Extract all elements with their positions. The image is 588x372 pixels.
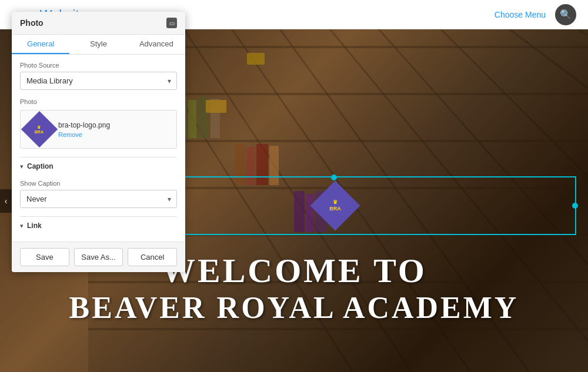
show-caption-select[interactable]: Never — [20, 190, 177, 208]
photo-source-label: Photo Source — [20, 62, 177, 69]
caption-chevron-icon: ▾ — [20, 163, 24, 170]
header-right: Choose Menu 🔍 — [495, 4, 576, 25]
search-button[interactable]: 🔍 — [555, 4, 576, 25]
left-arrow-icon: ‹ — [5, 196, 8, 206]
link-section-header[interactable]: ▾ Link — [20, 216, 177, 234]
link-section-title: Link — [27, 222, 42, 230]
show-caption-label: Show Caption — [20, 180, 177, 187]
bra-diamond: ♛ BRA — [310, 181, 360, 231]
tab-style[interactable]: Style — [69, 35, 127, 54]
search-icon: 🔍 — [560, 9, 572, 20]
photo-source-select[interactable]: Media Library — [20, 72, 177, 90]
link-chevron-icon: ▾ — [20, 222, 24, 230]
bra-logo-text: ♛ BRA — [329, 199, 341, 212]
caption-section-title: Caption — [27, 162, 54, 170]
photo-filename: bra-top-logo.png — [58, 121, 110, 129]
caption-section-header[interactable]: ▾ Caption — [20, 157, 177, 175]
photo-thumbnail: ♛BRA — [21, 111, 58, 148]
bra-crown: ♛ — [329, 199, 341, 206]
bra-logo-content: ♛ BRA — [318, 188, 353, 223]
welcome-line2: BEAVER ROYAL ACADEMY — [0, 290, 588, 325]
save-as-button[interactable]: Save As... — [74, 248, 123, 266]
cancel-button[interactable]: Cancel — [128, 248, 177, 266]
photo-preview-box: ♛BRA bra-top-logo.png Remove — [20, 110, 177, 149]
panel-collapse-icon: ▭ — [169, 20, 175, 26]
panel-footer: Save Save As... Cancel — [12, 242, 185, 272]
tab-general[interactable]: General — [12, 35, 69, 54]
panel-collapse-button[interactable]: ▭ — [166, 18, 177, 28]
photo-info: bra-top-logo.png Remove — [58, 121, 110, 138]
panel-title: Photo — [20, 18, 44, 28]
panel-tabs: General Style Advanced — [12, 35, 185, 55]
tab-advanced[interactable]: Advanced — [128, 35, 185, 54]
photo-label: Photo — [20, 98, 177, 105]
resize-handle-top[interactable] — [331, 175, 337, 180]
show-caption-wrapper: Never ▾ — [20, 190, 177, 208]
left-arrow-button[interactable]: ‹ — [0, 189, 12, 213]
resize-handle-right[interactable] — [572, 203, 578, 209]
photo-panel: Photo ▭ General Style Advanced Photo Sou… — [12, 12, 185, 272]
save-button[interactable]: Save — [20, 248, 69, 266]
panel-header: Photo ▭ — [12, 12, 185, 35]
panel-content: Photo Source Media Library ▾ Photo ♛BRA … — [12, 55, 185, 242]
bra-initials: BRA — [329, 206, 341, 212]
photo-thumb-logo: ♛BRA — [35, 125, 44, 133]
choose-menu-link[interactable]: Choose Menu — [495, 10, 546, 19]
photo-remove-link[interactable]: Remove — [58, 131, 110, 138]
photo-source-wrapper: Media Library ▾ — [20, 72, 177, 90]
